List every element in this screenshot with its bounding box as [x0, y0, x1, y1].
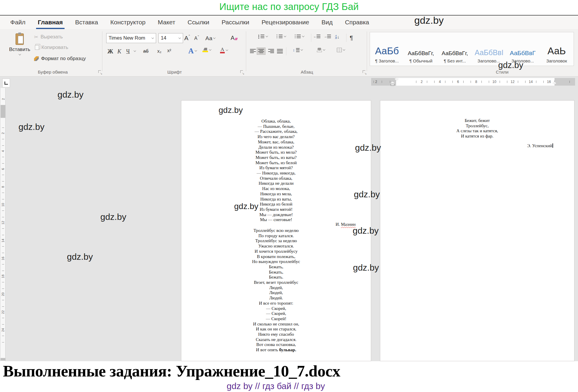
line-spacing-button[interactable]: ↕ — [293, 48, 303, 52]
cut-label: Вырезать — [40, 34, 63, 40]
cut-button[interactable]: ✂ Вырезать — [34, 33, 63, 41]
poem-line: Людей, — [181, 290, 371, 296]
text-effects-button[interactable]: А — [188, 47, 197, 55]
vertical-ruler[interactable]: 2 24681012141618202224 — [1, 88, 6, 361]
underline-chevron-icon[interactable] — [133, 49, 136, 52]
grow-font-button[interactable]: А ˆ — [184, 35, 190, 41]
tab-view[interactable]: Вид — [315, 16, 339, 29]
poem-clouds[interactable]: Облака, облака,— Пышные, белые,— Расскаж… — [181, 119, 371, 223]
clipboard-paste-icon — [15, 33, 24, 45]
font-family-select[interactable]: Times New Rom — [106, 33, 156, 43]
group-label-styles: Стили — [496, 69, 508, 74]
poem-line: Бежать, — [181, 270, 371, 275]
numbering-button[interactable] — [276, 34, 286, 39]
align-left-button[interactable] — [249, 48, 257, 55]
increase-indent-button[interactable]: → — [324, 34, 331, 39]
scissors-icon: ✂ — [34, 34, 38, 40]
clipboard-dialog-launcher[interactable]: ↘ — [98, 70, 102, 74]
text-cursor — [552, 143, 553, 148]
group-separator — [246, 31, 246, 71]
document-page-2[interactable]: Бежит, бежитТроллейбус,А слезы так и кат… — [380, 100, 574, 361]
strikethrough-button[interactable]: аб — [143, 49, 148, 54]
font-color-button[interactable]: А — [220, 47, 228, 53]
eraser-icon — [235, 38, 238, 40]
decrease-indent-button[interactable]: ← — [313, 34, 320, 39]
font-size-select[interactable]: 14 — [158, 33, 183, 43]
italic-button[interactable]: К — [117, 48, 121, 54]
style-item-1[interactable]: АаБб ¶ Заголов... — [370, 32, 404, 66]
highlighter-icon — [202, 48, 208, 52]
tab-layout[interactable]: Макет — [152, 16, 181, 29]
align-right-button[interactable] — [267, 48, 275, 55]
ruler-numbers: 24681012141618202224 — [1, 124, 5, 339]
bold-button[interactable]: Ж — [107, 48, 113, 54]
paragraph-dialog-launcher[interactable]: ↘ — [362, 70, 367, 74]
tab-help[interactable]: Справка — [339, 16, 375, 29]
shrink-font-button[interactable]: А ˇ — [194, 36, 199, 41]
align-center-button[interactable] — [257, 48, 265, 55]
tab-home[interactable]: Главная — [32, 16, 69, 29]
poem-line: Бежать, — [181, 264, 371, 270]
superscript-button[interactable]: x² — [167, 48, 171, 53]
style-sample: АаБбВвГг, — [442, 50, 468, 56]
change-case-button[interactable]: Аа — [205, 35, 215, 41]
poem-trolleybus[interactable]: Троллейбус всю неделюПо городу катался.Т… — [181, 228, 371, 347]
shading-button[interactable] — [317, 48, 325, 52]
borders-button[interactable] — [337, 48, 345, 52]
poem-line: Везет, везет троллейбус — [181, 280, 371, 285]
paste-button[interactable]: Вставить — [10, 31, 29, 67]
tab-file[interactable]: Файл — [4, 16, 32, 29]
align-center-icon — [258, 49, 264, 53]
paint-bucket-icon — [317, 48, 322, 52]
ruler-number: 6 — [0, 167, 12, 172]
show-marks-button[interactable]: ¶ — [350, 34, 353, 41]
format-painter-button[interactable]: Формат по образцу — [34, 54, 86, 63]
tab-mailings[interactable]: Рассылки — [215, 16, 255, 29]
gdz-watermark: gdz.by — [100, 212, 126, 222]
tab-design[interactable]: Конструктор — [104, 16, 152, 29]
font-dialog-launcher[interactable]: ↘ — [240, 70, 244, 74]
bullets-button[interactable] — [258, 34, 268, 39]
underline-button[interactable]: Ч — [126, 48, 130, 54]
tab-references[interactable]: Ссылки — [181, 16, 215, 29]
caret-down-icon: ˇ — [198, 35, 199, 39]
ruler-number: 6 — [449, 78, 467, 86]
justify-button[interactable] — [276, 48, 284, 55]
up-down-arrow-icon: ↕ — [293, 48, 295, 52]
document-page-1[interactable]: Облака, облака,— Пышные, белые,— Расскаж… — [181, 100, 371, 361]
horizontal-ruler[interactable]: 2 246810121416 — [371, 78, 575, 86]
chevron-down-icon — [302, 35, 304, 37]
style-item-2[interactable]: АаБбВвГг, ¶ Обычный — [404, 32, 438, 66]
tab-review[interactable]: Рецензирование — [256, 16, 315, 29]
poem-line: И все его торопят: — [181, 301, 371, 306]
poem-line: Из чего вас делали? — [181, 134, 371, 140]
left-indent-marker[interactable] — [391, 84, 394, 86]
subscript-button[interactable]: x₂ — [157, 49, 161, 54]
poem-last-line[interactable]: И вот опять бульвар. — [181, 347, 371, 352]
poem-line: — Скорей, — [181, 306, 371, 311]
clear-formatting-button[interactable]: А — [231, 35, 237, 41]
multilevel-list-button[interactable] — [295, 34, 304, 39]
tab-insert[interactable]: Вставка — [69, 16, 104, 29]
chevron-down-icon — [226, 48, 228, 51]
chevron-down-icon — [195, 49, 197, 51]
gdz-watermark: gdz.by — [58, 90, 83, 100]
tab-selector-box[interactable] — [2, 79, 10, 87]
copy-button[interactable]: Копировать — [34, 43, 68, 52]
group-paragraph: ← → А Я ↓ ¶ — [247, 29, 367, 77]
ruler-bottom-margin-block — [1, 358, 5, 361]
poem-runs-trolleybus[interactable]: Бежит, бежитТроллейбус,А слезы так и кат… — [380, 118, 574, 139]
group-font: Times New Rom 14 А ˆ А ˇ Аа А — [103, 29, 246, 77]
text-highlight-button[interactable] — [202, 48, 211, 52]
highlight-color-bar — [202, 51, 208, 52]
ruler-number: 16 — [540, 78, 558, 86]
poem-line: Никто ему спасибо — [181, 332, 371, 337]
poem-line: Сказать не догадался. — [181, 337, 371, 342]
style-item-6[interactable]: АаЬ Заголовок — [540, 32, 574, 66]
sort-button[interactable]: А Я ↓ — [335, 34, 339, 39]
indent-bars — [317, 35, 320, 38]
style-label: ¶ Обычный — [409, 58, 432, 63]
shrink-font-letter: А — [194, 36, 197, 41]
style-item-3[interactable]: АаБбВвГг, ¶ Без инт... — [438, 32, 472, 66]
poem-line: — Пышные, белые, — [181, 124, 371, 129]
